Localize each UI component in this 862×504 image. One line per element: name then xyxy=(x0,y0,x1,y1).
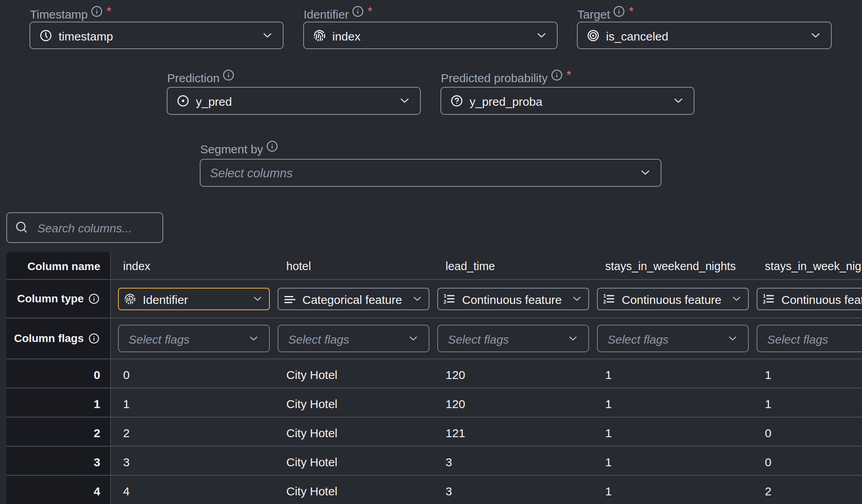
svg-text:1: 1 xyxy=(763,294,766,299)
svg-text:2: 2 xyxy=(763,299,766,304)
svg-text:1: 1 xyxy=(603,294,606,299)
svg-text:2: 2 xyxy=(444,299,446,304)
svg-text:1: 1 xyxy=(444,294,446,299)
svg-text:2: 2 xyxy=(603,299,606,304)
